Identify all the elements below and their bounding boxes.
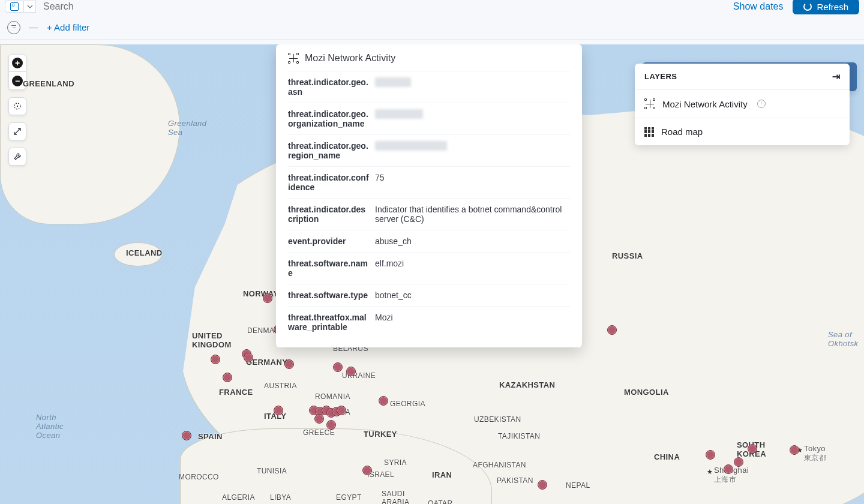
tooltip-field-value: 75: [375, 173, 570, 192]
tooltip-row: threat.threatfox.malware_printableMozi: [288, 307, 570, 338]
refresh-label: Refresh: [817, 2, 848, 12]
threat-point[interactable]: [274, 406, 283, 415]
tooltip-field-value: [375, 141, 570, 160]
tooltip-field-key: threat.software.name: [288, 259, 375, 278]
zoom-out-button[interactable]: −: [8, 72, 26, 90]
tooltip-row: threat.software.typebotnet_cc: [288, 284, 570, 307]
layers-section: LAYERS ⇥ Mozi Network ActivityRoad map A…: [642, 54, 857, 91]
show-dates-link[interactable]: Show dates: [733, 1, 784, 12]
tooltip-field-value: [375, 109, 570, 128]
threat-point[interactable]: [263, 293, 272, 303]
fit-to-data-button[interactable]: [8, 97, 26, 115]
layer-item[interactable]: Road map: [635, 118, 850, 145]
threat-point[interactable]: [244, 353, 253, 362]
filter-bar: — + Add filter: [0, 16, 864, 40]
threat-point[interactable]: [182, 431, 191, 440]
svg-point-1: [17, 106, 18, 107]
threat-point[interactable]: [706, 450, 715, 460]
tooltip-field-value: elf.mozi: [375, 259, 570, 278]
tooltip-field-key: threat.indicator.description: [288, 205, 375, 224]
threat-point[interactable]: [724, 464, 733, 474]
threat-point[interactable]: [346, 367, 356, 376]
threat-point[interactable]: [790, 445, 799, 455]
tooltip-title-row: Mozi Network Activity: [288, 53, 570, 71]
tooltip-field-value: [375, 77, 570, 97]
plus-icon: +: [12, 58, 23, 68]
tooltip-field-key: threat.indicator.geo.region_name: [288, 141, 375, 160]
threat-point[interactable]: [333, 362, 343, 372]
tooltip-row: threat.indicator.geo.asn: [288, 71, 570, 103]
threat-point[interactable]: [284, 359, 294, 369]
tooltip-field-key: threat.threatfox.malware_printable: [288, 313, 375, 332]
tooltip-row: threat.software.nameelf.mozi: [288, 253, 570, 284]
tooltip-row: threat.indicator.confidence75: [288, 167, 570, 199]
add-filter-button[interactable]: + Add filter: [47, 22, 89, 32]
separator: —: [29, 22, 38, 33]
clock-icon: [757, 100, 766, 108]
query-bar: Show dates Refresh: [0, 0, 864, 13]
threat-point[interactable]: [326, 420, 336, 430]
tooltip-title: Mozi Network Activity: [305, 53, 395, 64]
layer-label: Road map: [661, 127, 703, 137]
redacted-value: [375, 77, 411, 87]
cluster-icon: [288, 53, 299, 64]
wrench-icon: [13, 152, 22, 161]
map-canvas[interactable]: + − GREENLANDGreenlandSeaICELANDNORWAYES…: [0, 44, 864, 504]
collapse-icon[interactable]: ⇥: [832, 71, 841, 82]
tooltip-field-value: abuse_ch: [375, 236, 570, 246]
tooltip-row: threat.indicator.geo.region_name: [288, 135, 570, 167]
grid-icon: [644, 127, 654, 137]
tooltip-row: threat.indicator.geo.organization_name: [288, 103, 570, 135]
tools-button[interactable]: [8, 148, 26, 166]
landmass: [114, 242, 162, 266]
city-marker: ★: [707, 468, 713, 476]
threat-point[interactable]: [337, 406, 346, 415]
minus-icon: −: [12, 76, 23, 86]
threat-point[interactable]: [211, 355, 220, 364]
tooltip-row: threat.indicator.descriptionIndicator th…: [288, 199, 570, 230]
layers-title: LAYERS: [644, 72, 677, 81]
search-input[interactable]: [36, 1, 733, 12]
threat-point[interactable]: [748, 444, 757, 454]
expand-button[interactable]: [8, 122, 26, 140]
feature-tooltip: Mozi Network Activity threat.indicator.g…: [276, 44, 582, 347]
tooltip-field-key: threat.software.type: [288, 290, 375, 300]
threat-point[interactable]: [379, 396, 388, 406]
tooltip-field-value: Indicator that identifies a botnet comma…: [375, 205, 570, 224]
layers-header: LAYERS ⇥: [635, 64, 850, 90]
cluster-icon: [644, 98, 655, 109]
date-picker-button[interactable]: [5, 1, 24, 13]
tooltip-field-key: event.provider: [288, 236, 375, 246]
filter-icon[interactable]: [7, 21, 20, 34]
tooltip-row: event.providerabuse_ch: [288, 230, 570, 253]
tooltip-field-key: threat.indicator.confidence: [288, 173, 375, 192]
tooltip-field-key: threat.indicator.geo.organization_name: [288, 109, 375, 128]
calendar-icon: [10, 2, 19, 11]
crosshair-icon: [13, 101, 22, 111]
map-toolbar: + −: [8, 54, 26, 173]
tooltip-field-value: botnet_cc: [375, 290, 570, 300]
tooltip-field-value: Mozi: [375, 313, 570, 332]
layer-item[interactable]: Mozi Network Activity: [635, 90, 850, 118]
threat-point[interactable]: [607, 325, 617, 335]
threat-point[interactable]: [314, 414, 324, 424]
tooltip-field-key: threat.indicator.geo.asn: [288, 77, 375, 97]
date-picker-chevron[interactable]: [24, 1, 36, 13]
refresh-icon: [803, 2, 812, 11]
threat-point[interactable]: [362, 466, 372, 475]
redacted-value: [375, 141, 447, 151]
zoom-in-button[interactable]: +: [8, 54, 26, 72]
landmass: [0, 44, 180, 224]
map-label: NorthAtlanticOcean: [36, 413, 64, 440]
layer-label: Mozi Network Activity: [662, 99, 748, 109]
redacted-value: [375, 109, 423, 119]
refresh-button[interactable]: Refresh: [793, 0, 859, 14]
threat-point[interactable]: [223, 373, 232, 382]
expand-icon: [13, 127, 22, 136]
threat-point[interactable]: [538, 480, 547, 490]
threat-point[interactable]: [734, 457, 743, 467]
layers-panel: LAYERS ⇥ Mozi Network ActivityRoad map: [635, 64, 850, 145]
